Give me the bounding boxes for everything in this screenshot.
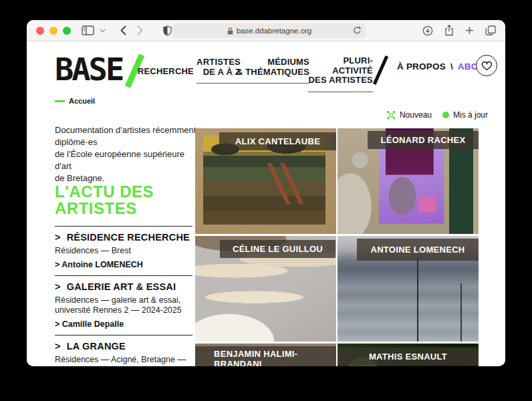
arrow-icon: > bbox=[55, 341, 61, 352]
download-icon bbox=[422, 25, 433, 36]
news-item-subtitle: Résidences — galerie art & essai, univer… bbox=[55, 295, 192, 315]
artist-name: BENJAMIN HALIMI-BRANDANI bbox=[214, 349, 331, 366]
nav-item-mediums-thematiques[interactable]: MÉDIUMS & THÉMATIQUES bbox=[237, 57, 309, 84]
nav-label: MÉDIUMS bbox=[237, 57, 309, 68]
share-icon bbox=[444, 25, 454, 36]
tab-overview-button[interactable] bbox=[485, 25, 496, 35]
legend-new-label: Nouveau bbox=[400, 110, 432, 120]
new-tab-button[interactable] bbox=[465, 26, 474, 35]
close-button[interactable] bbox=[36, 27, 44, 35]
artist-name: ANTOINE LOMENECH bbox=[370, 245, 464, 255]
artist-card-benjamin-halimi-brandani[interactable]: BENJAMIN HALIMI-BRANDANI bbox=[195, 344, 336, 366]
nav-item-artistes-a-z[interactable]: ARTISTES DE A À Z bbox=[196, 57, 241, 84]
downloads-button[interactable] bbox=[422, 25, 433, 36]
about-fr-link[interactable]: À PROPOS bbox=[397, 61, 446, 72]
artist-name: ALIX CANTELAUBE bbox=[235, 136, 320, 146]
news-item-subtitle: Résidences — Acigné, Bretagne — entre ma… bbox=[55, 355, 192, 366]
nav-label: DES ARTISTES bbox=[308, 76, 373, 86]
browser-toolbar: base.ddabretagne.org bbox=[27, 20, 505, 41]
about-separator: \ bbox=[450, 61, 453, 72]
news-item-artist-link[interactable]: > Camille Depalle bbox=[55, 319, 192, 329]
updated-dot-icon bbox=[442, 112, 449, 118]
news-heading: L'ACTU DES ARTISTES bbox=[55, 183, 154, 217]
news-item-title: LA GRANGE bbox=[67, 341, 126, 352]
artist-name: LÉONARD RACHEX bbox=[381, 135, 466, 145]
nav-label: RECHERCHE bbox=[138, 67, 194, 77]
news-item-title: GALERIE ART & ESSAI bbox=[67, 281, 176, 293]
tabs-icon bbox=[485, 25, 496, 35]
site-logo[interactable]: BASE bbox=[55, 52, 138, 88]
nav-label: ACTIVITÉ bbox=[308, 66, 373, 76]
artist-name: CÉLINE LE GUILLOU bbox=[233, 244, 323, 254]
zoom-button[interactable] bbox=[63, 27, 71, 35]
browser-window: base.ddabretagne.org bbox=[27, 20, 505, 366]
sidebar-toggle-button[interactable] bbox=[82, 25, 94, 35]
artist-name: MATHIS ESNAULT bbox=[369, 352, 447, 362]
minimize-button[interactable] bbox=[49, 27, 57, 35]
nav-separator-slash bbox=[373, 55, 388, 85]
reload-button[interactable] bbox=[353, 26, 362, 35]
artist-card-alix-cantelaube[interactable]: ALIX CANTELAUBE bbox=[195, 128, 336, 234]
traffic-lights bbox=[36, 27, 71, 35]
green-dash-icon bbox=[55, 100, 65, 102]
lock-icon bbox=[227, 27, 233, 35]
artist-name-bar: CÉLINE LE GUILLOU bbox=[220, 240, 336, 258]
privacy-report-button[interactable] bbox=[163, 25, 172, 36]
artist-name-bar: MATHIS ESNAULT bbox=[338, 348, 479, 366]
artist-card-leonard-rachex[interactable]: LÉONARD RACHEX bbox=[338, 128, 479, 234]
address-bar[interactable]: base.ddabretagne.org bbox=[172, 23, 366, 38]
artist-card-mathis-esnault[interactable]: MATHIS ESNAULT bbox=[338, 344, 479, 366]
news-item-title: RÉSIDENCE RECHERCHE bbox=[67, 232, 190, 243]
artist-card-antoine-lomenech[interactable]: ANTOINE LOMENECH bbox=[338, 236, 479, 342]
news-item-artist-link[interactable]: > Antoine LOMENECH bbox=[55, 260, 192, 269]
shield-icon bbox=[163, 25, 172, 36]
home-label: Accueil bbox=[69, 97, 95, 105]
new-star-icon bbox=[386, 110, 396, 120]
chevron-down-icon bbox=[100, 29, 106, 33]
nav-label: PLURI- bbox=[308, 56, 373, 66]
legend-updated: Mis à jour bbox=[442, 110, 488, 120]
favorites-button[interactable] bbox=[476, 55, 497, 76]
nav-label: & THÉMATIQUES bbox=[237, 68, 309, 78]
nav-label: ARTISTES bbox=[196, 57, 241, 68]
logo-wordmark: BASE bbox=[55, 52, 122, 87]
chevron-left-icon bbox=[120, 25, 126, 35]
artist-name-bar: LÉONARD RACHEX bbox=[368, 131, 479, 149]
news-list: > RÉSIDENCE RECHERCHE Résidences — Brest… bbox=[55, 226, 192, 366]
news-item-galerie-art-essai[interactable]: > GALERIE ART & ESSAI Résidences — galer… bbox=[55, 275, 192, 335]
forward-button[interactable] bbox=[137, 25, 143, 35]
artist-name-bar: ANTOINE LOMENECH bbox=[357, 239, 479, 261]
status-legend: Nouveau Mis à jour bbox=[386, 110, 488, 120]
share-button[interactable] bbox=[444, 25, 454, 36]
legend-new: Nouveau bbox=[386, 110, 432, 120]
plus-icon bbox=[465, 26, 474, 35]
legend-updated-label: Mis à jour bbox=[453, 110, 488, 120]
page-content: BASE Accueil RECHERCHE ARTISTES DE A À Z… bbox=[27, 41, 505, 366]
nav-item-recherche[interactable]: RECHERCHE bbox=[138, 67, 194, 77]
sidebar-icon bbox=[82, 25, 94, 35]
news-item-subtitle: Résidences — Brest bbox=[55, 246, 192, 256]
sidebar-menu-button[interactable] bbox=[100, 29, 106, 33]
news-item-residence-recherche[interactable]: > RÉSIDENCE RECHERCHE Résidences — Brest… bbox=[55, 226, 192, 275]
nav-item-pluri-activite[interactable]: PLURI- ACTIVITÉ DES ARTISTES bbox=[308, 56, 373, 92]
artist-name-bar: ALIX CANTELAUBE bbox=[219, 132, 336, 150]
heart-icon bbox=[481, 61, 493, 71]
nav-label: DE A À Z bbox=[196, 68, 241, 78]
reload-icon bbox=[353, 26, 362, 35]
artist-name-bar: BENJAMIN HALIMI-BRANDANI bbox=[195, 346, 336, 366]
toolbar-right-group bbox=[422, 25, 496, 36]
url-text: base.ddabretagne.org bbox=[237, 27, 312, 35]
news-item-la-grange[interactable]: > LA GRANGE Résidences — Acigné, Bretagn… bbox=[55, 335, 192, 366]
artist-grid: ALIX CANTELAUBE LÉONARD RACHEX CÉLINE LE… bbox=[195, 128, 479, 366]
arrow-icon: > bbox=[55, 232, 61, 243]
breadcrumb-home-link[interactable]: Accueil bbox=[55, 97, 95, 105]
back-button[interactable] bbox=[120, 25, 126, 35]
site-description: Documentation d'artistes récemment diplô… bbox=[55, 124, 199, 184]
arrow-icon: > bbox=[55, 281, 61, 293]
artist-card-celine-le-guillou[interactable]: CÉLINE LE GUILLOU bbox=[195, 236, 336, 342]
chevron-right-icon bbox=[137, 25, 143, 35]
